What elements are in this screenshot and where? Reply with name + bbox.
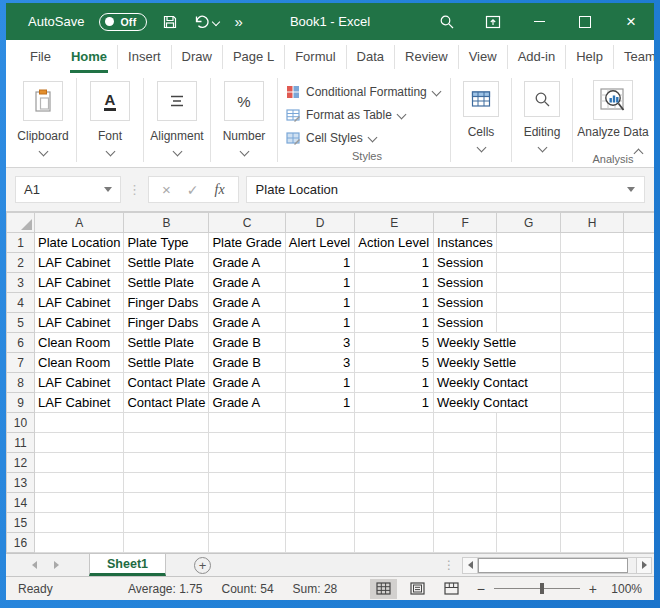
new-sheet-button[interactable]: +: [194, 557, 211, 574]
editing-group[interactable]: Editing: [514, 73, 570, 167]
analyze-data-button[interactable]: [593, 80, 633, 120]
cell-A8[interactable]: LAF Cabinet: [35, 373, 124, 393]
cells-button[interactable]: [463, 81, 499, 117]
formula-input[interactable]: Plate Location: [246, 176, 645, 203]
tab-help[interactable]: Help: [565, 45, 613, 69]
cell-E7[interactable]: 5: [355, 353, 434, 373]
cell-H5[interactable]: [561, 313, 624, 333]
cell-C8[interactable]: Grade A: [209, 373, 285, 393]
cell-F9[interactable]: Weekly Contact: [434, 393, 561, 413]
cell-I14[interactable]: [624, 493, 654, 513]
tab-view[interactable]: View: [458, 45, 507, 69]
cell-F2[interactable]: Session: [434, 253, 497, 273]
cell-F3[interactable]: Session: [434, 273, 497, 293]
cell-I1[interactable]: [624, 233, 654, 253]
cell-E11[interactable]: [355, 433, 434, 453]
cell-I16[interactable]: [624, 533, 654, 553]
enter-check-icon[interactable]: ✓: [187, 182, 199, 198]
cell-H13[interactable]: [561, 473, 624, 493]
page-layout-view-button[interactable]: [404, 579, 431, 599]
tab-data[interactable]: Data: [346, 45, 394, 69]
cell-I2[interactable]: [624, 253, 654, 273]
cell-A10[interactable]: [35, 413, 124, 433]
cell-D12[interactable]: [285, 453, 354, 473]
cell-B10[interactable]: [124, 413, 209, 433]
cell-B12[interactable]: [124, 453, 209, 473]
column-header-I[interactable]: I: [624, 213, 654, 233]
expand-formula-bar-icon[interactable]: [627, 187, 635, 192]
row-header-4[interactable]: 4: [7, 293, 35, 313]
next-sheet-icon[interactable]: [54, 561, 59, 569]
cell-A6[interactable]: Clean Room: [35, 333, 124, 353]
cell-E9[interactable]: 1: [355, 393, 434, 413]
cell-B8[interactable]: Contact Plate: [124, 373, 209, 393]
tab-page-l[interactable]: Page L: [222, 45, 284, 69]
cell-B14[interactable]: [124, 493, 209, 513]
cell-E4[interactable]: 1: [355, 293, 434, 313]
cell-D5[interactable]: 1: [285, 313, 354, 333]
alignment-button[interactable]: [157, 81, 197, 121]
cell-C10[interactable]: [209, 413, 285, 433]
column-header-A[interactable]: A: [35, 213, 124, 233]
cell-F13[interactable]: [434, 473, 497, 493]
cell-I5[interactable]: [624, 313, 654, 333]
cell-E3[interactable]: 1: [355, 273, 434, 293]
cell-A3[interactable]: LAF Cabinet: [35, 273, 124, 293]
horizontal-scrollbar-thumb[interactable]: [478, 558, 628, 573]
conditional-formatting-button[interactable]: Conditional Formatting: [286, 80, 448, 103]
cell-D2[interactable]: 1: [285, 253, 354, 273]
close-button[interactable]: ×: [608, 3, 654, 40]
column-header-B[interactable]: B: [124, 213, 209, 233]
horizontal-scrollbar-track[interactable]: [478, 557, 636, 574]
horizontal-scrollbar[interactable]: [462, 557, 652, 574]
cell-D16[interactable]: [285, 533, 354, 553]
search-button[interactable]: [424, 3, 470, 40]
cell-A11[interactable]: [35, 433, 124, 453]
scroll-left-button[interactable]: [462, 557, 478, 574]
alignment-chevron-down-icon[interactable]: [172, 147, 182, 157]
zoom-in-button[interactable]: +: [589, 581, 597, 597]
cell-C13[interactable]: [209, 473, 285, 493]
status-count[interactable]: Count: 54: [222, 582, 274, 596]
row-header-16[interactable]: 16: [7, 533, 35, 553]
paste-button[interactable]: [23, 81, 63, 121]
cell-I11[interactable]: [624, 433, 654, 453]
cell-F6[interactable]: Weekly Settle: [434, 333, 561, 353]
row-header-13[interactable]: 13: [7, 473, 35, 493]
cell-C16[interactable]: [209, 533, 285, 553]
cell-D15[interactable]: [285, 513, 354, 533]
maximize-button[interactable]: [562, 3, 608, 40]
autosave-toggle[interactable]: Off: [99, 13, 147, 31]
column-header-G[interactable]: G: [497, 213, 561, 233]
cell-E5[interactable]: 1: [355, 313, 434, 333]
column-header-H[interactable]: H: [561, 213, 624, 233]
cell-I15[interactable]: [624, 513, 654, 533]
cell-H16[interactable]: [561, 533, 624, 553]
cell-C1[interactable]: Plate Grade: [209, 233, 285, 253]
cell-E12[interactable]: [355, 453, 434, 473]
tab-add-in[interactable]: Add-in: [507, 45, 566, 69]
cell-G13[interactable]: [497, 473, 561, 493]
cell-F12[interactable]: [434, 453, 497, 473]
cell-E16[interactable]: [355, 533, 434, 553]
column-header-E[interactable]: E: [355, 213, 434, 233]
sheet-tab-sheet1[interactable]: Sheet1: [89, 554, 166, 576]
row-header-1[interactable]: 1: [7, 233, 35, 253]
cell-C6[interactable]: Grade B: [209, 333, 285, 353]
row-header-15[interactable]: 15: [7, 513, 35, 533]
cell-A13[interactable]: [35, 473, 124, 493]
row-header-5[interactable]: 5: [7, 313, 35, 333]
cell-H11[interactable]: [561, 433, 624, 453]
cell-D9[interactable]: 1: [285, 393, 354, 413]
zoom-slider-thumb[interactable]: [540, 583, 544, 594]
cell-D8[interactable]: 1: [285, 373, 354, 393]
column-header-D[interactable]: D: [285, 213, 354, 233]
cell-I8[interactable]: [624, 373, 654, 393]
cell-E8[interactable]: 1: [355, 373, 434, 393]
cell-C7[interactable]: Grade B: [209, 353, 285, 373]
cell-C15[interactable]: [209, 513, 285, 533]
cell-F7[interactable]: Weekly Settle: [434, 353, 561, 373]
clipboard-group[interactable]: Clipboard: [12, 73, 74, 167]
cell-A1[interactable]: Plate Location: [35, 233, 124, 253]
row-header-9[interactable]: 9: [7, 393, 35, 413]
